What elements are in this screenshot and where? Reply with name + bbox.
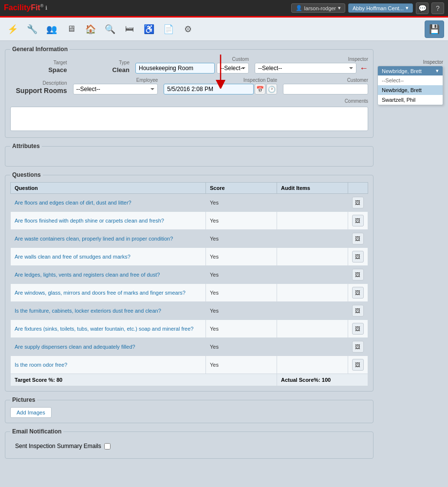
question-row: Are windows, glass, mirrors and doors fr… xyxy=(11,284,368,302)
audit-image-icon[interactable]: 🖼 xyxy=(352,233,364,244)
custom-input[interactable] xyxy=(135,63,215,74)
inspection-date-label: Inspection Date xyxy=(164,77,277,83)
score-value: Yes xyxy=(210,326,219,332)
inspector-selected-value: Newbridge, Brett xyxy=(382,68,422,74)
audit-image-icon[interactable]: 🖼 xyxy=(352,323,364,335)
audit-image-icon[interactable]: 🖼 xyxy=(352,341,364,353)
comments-label: Comments xyxy=(10,98,368,104)
sent-email-label: Sent Inspection Summary Emails xyxy=(15,443,101,450)
add-images-button[interactable]: Add Images xyxy=(10,407,52,418)
question-row: Are ledges, lights, vents and registers … xyxy=(11,266,368,284)
right-panel: Inspector Newbridge, Brett ▾ --Select-- … xyxy=(377,46,443,459)
calendar-icon[interactable]: 📅 xyxy=(255,84,265,94)
score-value: Yes xyxy=(210,362,219,368)
email-legend: Email Notification xyxy=(10,428,63,435)
inspector-dropdown-chevron[interactable]: ▾ xyxy=(436,68,439,74)
question-col-header: Question xyxy=(11,183,206,194)
inspector-option-placeholder[interactable]: --Select-- xyxy=(378,75,443,85)
date-wrap: 📅 🕐 xyxy=(164,84,277,94)
audit-image-icon[interactable]: 🖼 xyxy=(352,197,364,208)
info-icon[interactable]: ℹ xyxy=(45,5,47,11)
inspector-panel-label: Inspector xyxy=(377,59,443,65)
search-toolbar-btn[interactable]: 🔍 xyxy=(101,20,119,38)
inspector-select[interactable]: --Select-- xyxy=(255,63,356,74)
gear-toolbar-btn[interactable]: ⚙ xyxy=(179,20,197,38)
audit-image-icon[interactable]: 🖼 xyxy=(352,305,364,317)
customer-input[interactable] xyxy=(283,84,368,94)
attributes-section: Attributes xyxy=(5,143,373,167)
questions-table: Question Score Audit Items Are floors an… xyxy=(10,182,368,386)
home-toolbar-btn[interactable]: 🏠 xyxy=(82,20,99,38)
document-toolbar-btn[interactable]: 📄 xyxy=(160,20,177,38)
people-toolbar-btn[interactable]: 👥 xyxy=(43,20,60,38)
question-text: Are windows, glass, mirrors and doors fr… xyxy=(15,290,186,296)
help-icon: ? xyxy=(436,4,440,12)
comments-section: Comments xyxy=(10,98,368,132)
question-text: Are floors and edges clean of dirt, dust… xyxy=(15,200,131,206)
toolbar: ⚡ 🔧 👥 🖥 🏠 🔍 🛏 ♿ 📄 ⚙ 💾 xyxy=(0,18,448,41)
employee-select[interactable]: --Select-- xyxy=(73,84,158,94)
audit-image-icon[interactable]: 🖼 xyxy=(352,215,364,226)
actual-score-label: Actual Score%: xyxy=(281,377,320,383)
target-label: Target xyxy=(10,60,67,65)
chat-icon: 💬 xyxy=(418,4,427,12)
save-button[interactable]: 💾 xyxy=(425,20,444,38)
save-icon: 💾 xyxy=(429,24,440,35)
description-field: Description Support Rooms xyxy=(10,80,67,94)
question-row: Is the room odor free? Yes 🖼 xyxy=(11,356,368,374)
bed-toolbar-btn[interactable]: 🛏 xyxy=(121,20,138,38)
target-score-label: Target Score %: xyxy=(15,377,55,383)
inspector-dropdown-panel: Newbridge, Brett ▾ --Select-- Newbridge,… xyxy=(377,66,443,105)
general-info-section: General Information Target Space Type Cl… xyxy=(5,46,373,138)
description-label: Description xyxy=(10,80,67,86)
question-text: Are fixtures (sinks, toilets, tubs, wate… xyxy=(15,326,193,332)
question-text: Is the furniture, cabinets, locker exter… xyxy=(15,308,161,314)
audit-image-icon[interactable]: 🖼 xyxy=(352,359,364,371)
question-row: Are floors finished with depth shine or … xyxy=(11,212,368,230)
audit-col-header: Audit Items xyxy=(277,183,348,194)
question-row: Is the furniture, cabinets, locker exter… xyxy=(11,302,368,320)
facility-name: Abby Hoffman Cent... xyxy=(353,5,404,11)
type-label: Type xyxy=(73,60,130,65)
user-name: larson-rodger xyxy=(304,5,336,11)
score-value: Yes xyxy=(210,344,219,350)
wrench-toolbar-btn[interactable]: 🔧 xyxy=(23,20,41,38)
logo: FacilityFit® ℹ xyxy=(4,3,47,12)
flash-toolbar-btn[interactable]: ⚡ xyxy=(4,20,21,38)
audit-image-icon[interactable]: 🖼 xyxy=(352,287,364,299)
customer-field: Customer xyxy=(283,77,368,94)
actual-score-cell: Actual Score%: 100 xyxy=(277,374,368,386)
question-text: Are ledges, lights, vents and registers … xyxy=(15,272,160,278)
audit-image-icon[interactable]: 🖼 xyxy=(352,269,364,281)
description-value: Support Rooms xyxy=(10,87,67,94)
question-row: Are fixtures (sinks, toilets, tubs, wate… xyxy=(11,320,368,338)
type-field: Type Clean xyxy=(73,60,130,74)
target-value: Space xyxy=(10,66,67,74)
question-row: Are walls clean and free of smudges and … xyxy=(11,248,368,266)
facility-chevron: ▾ xyxy=(406,5,409,11)
inspector-option-phil[interactable]: Swartzell, Phil xyxy=(378,95,443,105)
score-value: Yes xyxy=(210,308,219,314)
question-row: Are supply dispensers clean and adequate… xyxy=(11,338,368,356)
questions-footer: Target Score %: 80 Actual Score%: 100 xyxy=(11,374,368,386)
score-col-header: Score xyxy=(206,183,277,194)
facility-dropdown[interactable]: Abby Hoffman Cent... ▾ xyxy=(348,3,413,13)
monitor-toolbar-btn[interactable]: 🖥 xyxy=(62,20,80,38)
sent-email-checkbox[interactable] xyxy=(104,443,111,450)
wheelchair-toolbar-btn[interactable]: ♿ xyxy=(140,20,158,38)
comments-textarea[interactable] xyxy=(10,107,368,131)
chat-button[interactable]: 💬 xyxy=(416,2,429,14)
actual-score-value: 100 xyxy=(322,377,331,383)
inspector-field: Inspector --Select-- ← xyxy=(255,56,368,74)
score-value: Yes xyxy=(210,236,219,242)
user-dropdown[interactable]: 👤 larson-rodger ▾ xyxy=(291,3,345,13)
audit-image-icon[interactable]: 🖼 xyxy=(352,251,364,262)
questions-legend: Questions xyxy=(10,171,43,178)
custom-select[interactable]: --Select-- xyxy=(217,63,249,74)
inspection-date-input[interactable] xyxy=(164,84,254,94)
clock-icon[interactable]: 🕐 xyxy=(266,84,277,94)
help-button[interactable]: ? xyxy=(431,2,444,14)
email-row: Sent Inspection Summary Emails xyxy=(10,439,368,453)
inspector-option-brett[interactable]: Newbridge, Brett xyxy=(378,85,443,95)
target-field: Target Space xyxy=(10,60,67,74)
